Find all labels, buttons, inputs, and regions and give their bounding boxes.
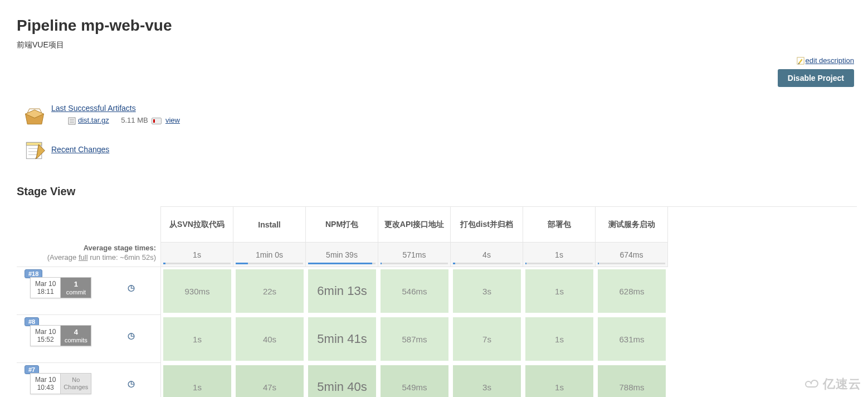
stage-column-header: Install [233,207,306,243]
stage-average-cell: 5min 39s [306,243,378,267]
stage-cell[interactable]: 1s [523,267,596,315]
build-datetime: Mar 1018:11 [31,278,61,298]
stage-average-cell: 571ms [378,243,451,267]
clock-icon: ◷ [128,379,135,389]
stage-cell[interactable]: 631ms [596,315,668,363]
stage-cell[interactable]: 5min 41s [306,315,378,363]
clock-icon: ◷ [128,283,135,293]
file-icon [68,117,76,125]
stage-cell[interactable]: 788ms [596,363,668,397]
clock-icon: ◷ [128,331,135,341]
stage-column-header: NPM打包 [306,207,378,243]
stage-column-header: 打包dist并归档 [451,207,523,243]
stage-cell[interactable]: 3s [451,267,523,315]
stage-cell[interactable]: 7s [451,315,523,363]
package-icon [22,104,47,128]
edit-icon [797,57,804,65]
stage-cell[interactable]: 3s [451,363,523,397]
run-row-header[interactable]: #18Mar 1018:111commit◷ [17,267,160,315]
stage-cell[interactable]: 1s [161,315,233,363]
page-description: 前端VUE项目 [17,40,857,50]
build-datetime: Mar 1010:43 [31,374,61,394]
stage-cell[interactable]: 6min 13s [306,267,378,315]
last-artifacts-link[interactable]: Last Successful Artifacts [51,104,136,113]
build-commits[interactable]: NoChanges [61,374,91,394]
fingerprint-icon [152,118,162,124]
stage-column-header: 部署包 [523,207,596,243]
stage-cell[interactable]: 1s [161,363,233,397]
artifact-file-link[interactable]: dist.tar.gz [78,116,109,124]
average-times-label: Average stage times:(Average full run ti… [17,243,160,267]
stage-cell[interactable]: 1s [523,315,596,363]
stage-cell[interactable]: 47s [233,363,306,397]
stage-column-header: 测试服务启动 [596,207,668,243]
build-commits[interactable]: 4commits [61,326,91,346]
recent-changes-link[interactable]: Recent Changes [51,145,109,154]
stage-cell[interactable]: 5min 40s [306,363,378,397]
stage-cell[interactable]: 40s [233,315,306,363]
edit-description-link[interactable]: edit description [806,56,854,65]
run-row-header[interactable]: #8Mar 1015:524commits◷ [17,315,160,363]
stage-cell[interactable]: 1s [523,363,596,397]
stage-cell[interactable]: 546ms [378,267,451,315]
stage-average-cell: 1min 0s [233,243,306,267]
page-title: Pipeline mp-web-vue [17,17,857,35]
stage-average-cell: 674ms [596,243,668,267]
stage-view-title: Stage View [17,185,857,198]
artifact-size: 5.11 MB [121,116,148,124]
run-row-header[interactable]: #7Mar 1010:43NoChanges◷ [17,363,160,397]
disable-project-button[interactable]: Disable Project [778,69,854,87]
notepad-icon [22,138,47,163]
stage-average-cell: 1s [523,243,596,267]
build-commits[interactable]: 1commit [61,278,91,298]
stage-column-header: 更改API接口地址 [378,207,451,243]
stage-cell[interactable]: 549ms [378,363,451,397]
stage-cell[interactable]: 628ms [596,267,668,315]
stage-average-cell: 4s [451,243,523,267]
stage-cell[interactable]: 587ms [378,315,451,363]
stage-view-table: Average stage times:(Average full run ti… [17,206,857,397]
stage-average-cell: 1s [161,243,233,267]
stage-cell[interactable]: 930ms [161,267,233,315]
stage-cell[interactable]: 22s [233,267,306,315]
artifact-view-link[interactable]: view [165,116,180,124]
stage-column-header: 从SVN拉取代码 [161,207,233,243]
build-datetime: Mar 1015:52 [31,326,61,346]
watermark: 亿速云 [804,376,861,393]
